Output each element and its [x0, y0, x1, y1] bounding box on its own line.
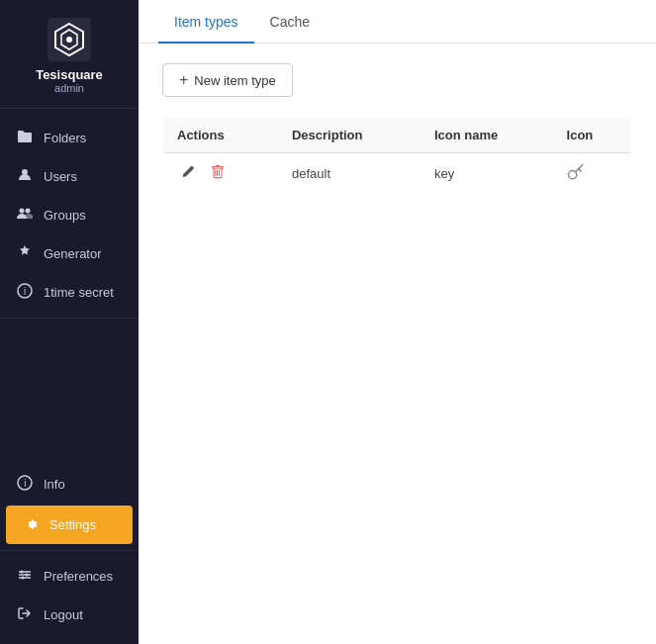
- app-role: admin: [54, 82, 84, 94]
- svg-point-5: [20, 209, 25, 214]
- table-body: default key: [163, 153, 632, 195]
- settings-icon: [22, 515, 40, 534]
- sidebar-item-logout-label: Logout: [44, 607, 83, 622]
- folder-icon: [16, 129, 34, 147]
- sidebar-item-groups-label: Groups: [44, 208, 86, 223]
- content-area: + New item type Actions Description Icon…: [139, 44, 656, 215]
- svg-text:i: i: [24, 478, 26, 489]
- item-types-table: Actions Description Icon name Icon: [162, 117, 632, 195]
- sidebar-bottom: i Info Settings Preferences Logout: [0, 459, 139, 644]
- delete-button[interactable]: [207, 163, 229, 184]
- action-buttons: [177, 163, 264, 184]
- col-header-description: Description: [278, 118, 421, 153]
- sidebar-item-info[interactable]: i Info: [0, 465, 139, 504]
- table-cell-description: default: [278, 153, 421, 195]
- tabs-bar: Item types Cache: [139, 0, 656, 44]
- sidebar-item-users-label: Users: [44, 169, 77, 184]
- col-header-icon: Icon: [553, 118, 632, 153]
- svg-point-12: [26, 574, 29, 577]
- sidebar: Tesisquare admin Folders Users Groups: [0, 0, 139, 644]
- sidebar-logo: Tesisquare admin: [0, 0, 139, 109]
- svg-point-6: [26, 209, 31, 214]
- trash-icon: [211, 165, 225, 179]
- generator-icon: [16, 244, 34, 263]
- main-content: Item types Cache + New item type Actions…: [139, 0, 656, 644]
- tab-item-types[interactable]: Item types: [158, 0, 254, 44]
- new-item-type-button[interactable]: + New item type: [162, 63, 293, 97]
- sidebar-item-info-label: Info: [44, 477, 65, 492]
- sidebar-divider-2: [0, 550, 139, 551]
- table-header: Actions Description Icon name Icon: [163, 118, 632, 153]
- table-cell-icon: [553, 153, 632, 195]
- sidebar-item-preferences[interactable]: Preferences: [0, 557, 139, 596]
- col-header-actions: Actions: [163, 118, 278, 153]
- sidebar-nav: Folders Users Groups Generator i 1time s…: [0, 109, 139, 459]
- sidebar-item-settings-label: Settings: [49, 517, 96, 532]
- sidebar-item-folders[interactable]: Folders: [0, 119, 139, 157]
- tab-cache[interactable]: Cache: [254, 0, 326, 44]
- table-row: default key: [163, 153, 632, 195]
- edit-icon: [181, 165, 195, 179]
- app-name: Tesisquare: [36, 67, 103, 82]
- preferences-icon: [16, 567, 34, 586]
- svg-text:i: i: [24, 286, 26, 297]
- table-cell-actions: [163, 153, 278, 195]
- sidebar-item-preferences-label: Preferences: [44, 569, 113, 584]
- sidebar-item-groups[interactable]: Groups: [0, 196, 139, 234]
- svg-point-13: [22, 577, 25, 580]
- sidebar-item-logout[interactable]: Logout: [0, 596, 139, 634]
- table-cell-icon-name: key: [421, 153, 553, 195]
- plus-icon: +: [179, 72, 188, 88]
- sidebar-item-folders-label: Folders: [44, 131, 86, 145]
- key-icon: [567, 163, 585, 184]
- onetimesecret-icon: i: [16, 283, 34, 302]
- svg-point-3: [66, 37, 72, 43]
- svg-point-11: [21, 571, 24, 574]
- sidebar-item-generator-label: Generator: [44, 246, 102, 261]
- app-logo-icon: [47, 18, 91, 61]
- sidebar-divider: [0, 318, 139, 319]
- sidebar-item-generator[interactable]: Generator: [0, 234, 139, 273]
- sidebar-item-users[interactable]: Users: [0, 157, 139, 196]
- logout-icon: [16, 605, 34, 624]
- col-header-icon-name: Icon name: [421, 118, 553, 153]
- edit-button[interactable]: [177, 163, 199, 184]
- sidebar-item-1time-secret[interactable]: i 1time secret: [0, 273, 139, 312]
- users-icon: [16, 167, 34, 186]
- groups-icon: [16, 206, 34, 225]
- new-item-type-label: New item type: [194, 73, 275, 88]
- sidebar-item-settings[interactable]: Settings: [6, 506, 133, 544]
- sidebar-item-1time-label: 1time secret: [44, 285, 114, 300]
- info-icon: i: [16, 475, 34, 494]
